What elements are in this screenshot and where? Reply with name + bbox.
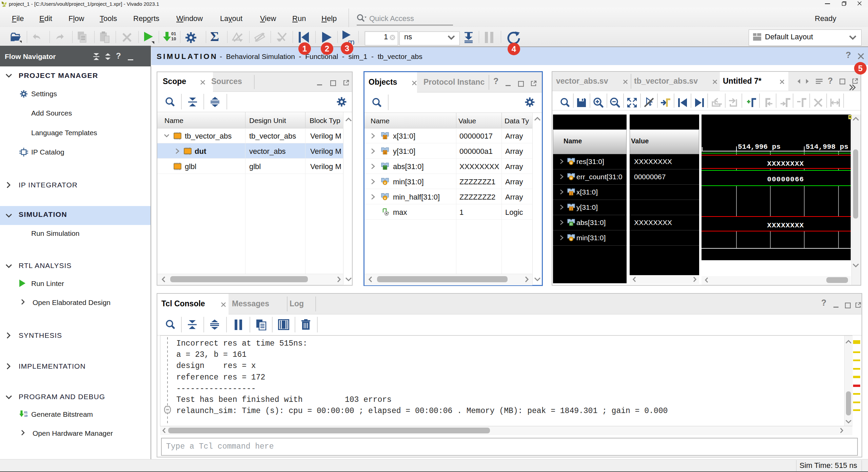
svg-text:I: I: [571, 207, 572, 211]
svg-text:01: 01: [24, 411, 27, 414]
svg-text:10: 10: [171, 36, 176, 41]
svg-text:O: O: [384, 166, 387, 170]
svg-text:v: v: [570, 177, 572, 180]
svg-text:10: 10: [24, 414, 27, 417]
svg-text:v: v: [384, 181, 386, 185]
svg-text:I: I: [384, 136, 386, 139]
svg-text:01: 01: [171, 31, 176, 36]
svg-text:v: v: [570, 238, 572, 241]
svg-text:O: O: [570, 222, 573, 226]
svg-text:v: v: [384, 197, 386, 200]
svg-text:I: I: [571, 192, 572, 196]
svg-text:I: I: [384, 151, 386, 155]
svg-text:v: v: [570, 161, 572, 165]
